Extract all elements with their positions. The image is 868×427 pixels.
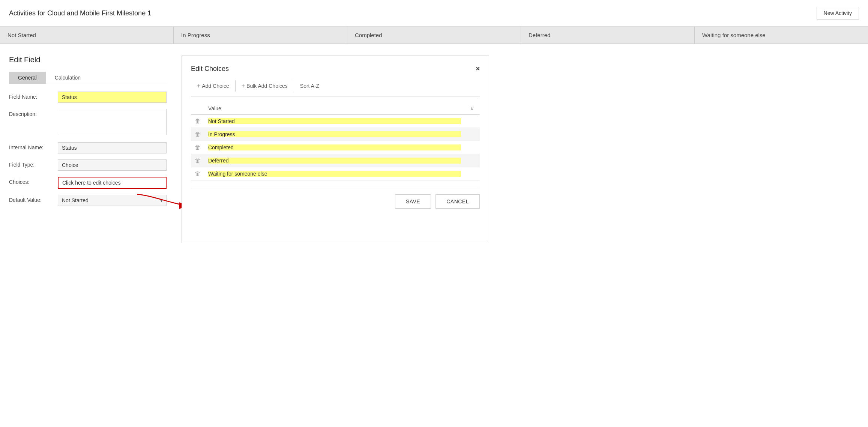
edit-choices-panel: Edit Choices × + Add Choice + Bulk Add C… — [182, 56, 489, 243]
add-choice-plus-icon: + — [197, 83, 200, 89]
status-in-progress[interactable]: In Progress — [174, 27, 347, 44]
internal-name-row: Internal Name: — [9, 142, 167, 153]
main-content: Edit Field General Calculation Field Nam… — [0, 44, 868, 254]
trash-icon[interactable]: 🗑 — [195, 131, 201, 137]
hash-cell — [465, 128, 480, 141]
col-value: Value — [204, 102, 465, 115]
trash-icon[interactable]: 🗑 — [195, 170, 201, 177]
choices-footer: SAVE CANCEL — [191, 188, 480, 209]
bulk-add-label: Bulk Add Choices — [246, 83, 288, 89]
choices-table: Value # 🗑 🗑 🗑 — [191, 102, 480, 180]
internal-name-label: Internal Name: — [9, 142, 58, 150]
tab-calculation[interactable]: Calculation — [46, 72, 90, 84]
edit-choices-header: Edit Choices × — [191, 65, 480, 73]
close-button[interactable]: × — [476, 65, 480, 73]
hash-cell — [465, 154, 480, 167]
field-name-label: Field Name: — [9, 92, 58, 100]
new-activity-button[interactable]: New Activity — [817, 7, 859, 20]
value-cell — [204, 141, 465, 154]
field-type-value — [58, 159, 167, 171]
trash-cell: 🗑 — [191, 141, 204, 154]
value-cell — [204, 167, 465, 180]
edit-choices-title: Edit Choices — [191, 65, 229, 73]
table-row: 🗑 — [191, 154, 480, 167]
status-waiting[interactable]: Waiting for someone else — [695, 27, 868, 44]
choices-toolbar: + Add Choice + Bulk Add Choices Sort A-Z — [191, 80, 480, 96]
table-row: 🗑 — [191, 167, 480, 180]
table-row: 🗑 — [191, 128, 480, 141]
sort-az-label: Sort A-Z — [300, 83, 319, 89]
choices-value: Click here to edit choices — [58, 177, 167, 189]
value-cell — [204, 115, 465, 128]
tabs: General Calculation — [9, 72, 167, 84]
status-bar: Not Started In Progress Completed Deferr… — [0, 27, 868, 44]
table-row: 🗑 — [191, 115, 480, 128]
edit-choices-button[interactable]: Click here to edit choices — [58, 177, 167, 189]
edit-field-panel: Edit Field General Calculation Field Nam… — [9, 56, 167, 243]
bulk-add-plus-icon: + — [242, 83, 245, 89]
table-header-row: Value # — [191, 102, 480, 115]
default-value-row: Default Value: Not Started In Progress C… — [9, 195, 167, 206]
save-button[interactable]: SAVE — [395, 194, 431, 209]
trash-icon[interactable]: 🗑 — [195, 157, 201, 164]
internal-name-input[interactable] — [58, 142, 167, 153]
status-not-started[interactable]: Not Started — [0, 27, 174, 44]
trash-icon[interactable]: 🗑 — [195, 144, 201, 150]
description-value — [58, 109, 167, 136]
sort-az-button[interactable]: Sort A-Z — [294, 80, 325, 92]
value-cell — [204, 154, 465, 167]
hash-cell — [465, 115, 480, 128]
description-label: Description: — [9, 109, 58, 117]
choice-value-input[interactable] — [208, 171, 461, 177]
description-row: Description: — [9, 109, 167, 136]
add-choice-label: Add Choice — [202, 83, 229, 89]
trash-icon[interactable]: 🗑 — [195, 118, 201, 124]
field-name-input[interactable] — [58, 92, 167, 103]
page-title: Activities for Cloud and Mobile First Mi… — [9, 9, 151, 17]
trash-cell: 🗑 — [191, 167, 204, 180]
choice-value-input[interactable] — [208, 118, 461, 124]
table-row: 🗑 — [191, 141, 480, 154]
description-input[interactable] — [58, 109, 167, 135]
page-header: Activities for Cloud and Mobile First Mi… — [0, 0, 868, 27]
add-choice-button[interactable]: + Add Choice — [191, 80, 236, 92]
trash-cell: 🗑 — [191, 154, 204, 167]
bulk-add-button[interactable]: + Bulk Add Choices — [236, 80, 294, 92]
default-value-wrapper: Not Started In Progress Completed Deferr… — [58, 195, 167, 206]
field-type-label: Field Type: — [9, 159, 58, 168]
trash-cell: 🗑 — [191, 115, 204, 128]
tab-general[interactable]: General — [9, 72, 46, 84]
value-cell — [204, 128, 465, 141]
col-icon — [191, 102, 204, 115]
cancel-button[interactable]: CANCEL — [436, 194, 480, 209]
edit-field-title: Edit Field — [9, 56, 167, 64]
choices-row: Choices: Click here to edit choices — [9, 177, 167, 189]
status-deferred[interactable]: Deferred — [521, 27, 695, 44]
default-value-select[interactable]: Not Started In Progress Completed Deferr… — [58, 195, 167, 206]
field-type-row: Field Type: — [9, 159, 167, 171]
status-completed[interactable]: Completed — [347, 27, 521, 44]
internal-name-value — [58, 142, 167, 153]
field-type-input — [58, 159, 167, 171]
choice-value-input[interactable] — [208, 144, 461, 150]
choices-label: Choices: — [9, 177, 58, 185]
trash-cell: 🗑 — [191, 128, 204, 141]
field-name-value — [58, 92, 167, 103]
default-value-label: Default Value: — [9, 195, 58, 203]
col-hash: # — [465, 102, 480, 115]
field-name-row: Field Name: — [9, 92, 167, 103]
hash-cell — [465, 167, 480, 180]
hash-cell — [465, 141, 480, 154]
choice-value-input[interactable] — [208, 131, 461, 137]
choice-value-input[interactable] — [208, 158, 461, 164]
